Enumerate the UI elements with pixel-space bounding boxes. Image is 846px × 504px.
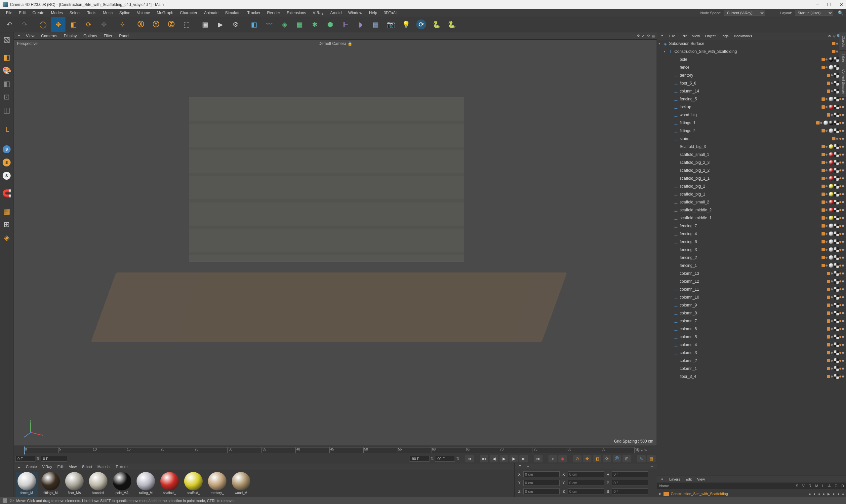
object-tags[interactable] bbox=[824, 121, 844, 125]
object-row[interactable]: ⊥fencing_4 bbox=[657, 230, 846, 238]
visibility-dots[interactable] bbox=[822, 216, 828, 220]
snap-s1[interactable]: S bbox=[1, 143, 13, 155]
h-rot-field[interactable] bbox=[612, 471, 648, 477]
field-spinner-icon[interactable]: ⇅ bbox=[456, 456, 459, 461]
z-size-field[interactable] bbox=[568, 488, 604, 494]
object-tags[interactable] bbox=[834, 295, 844, 300]
material-tag-icon[interactable] bbox=[829, 152, 833, 157]
texture-mode[interactable]: 🎨 bbox=[1, 65, 13, 77]
expand-icon[interactable]: ▾ bbox=[659, 42, 662, 45]
vp-menu-cameras[interactable]: Cameras bbox=[38, 33, 61, 39]
key-pla-button[interactable]: ⊞ bbox=[622, 455, 631, 462]
range-end-field[interactable] bbox=[410, 456, 429, 462]
texture-tag-icon[interactable] bbox=[834, 335, 839, 339]
coord-burger-icon[interactable]: ≡ bbox=[516, 463, 523, 469]
object-row[interactable]: ⊥fittings_2 bbox=[657, 127, 846, 135]
obj-show-icon[interactable]: 👁 bbox=[828, 34, 831, 38]
primitive-cube[interactable]: ◧ bbox=[247, 17, 261, 32]
menu-tools[interactable]: Tools bbox=[84, 10, 100, 16]
object-tags[interactable] bbox=[829, 152, 844, 157]
search-icon[interactable]: 🔍 bbox=[838, 10, 843, 16]
object-row[interactable]: ⊥colomn_3 bbox=[657, 349, 846, 357]
texture-tag-icon[interactable] bbox=[834, 57, 839, 62]
visibility-dots[interactable] bbox=[816, 121, 822, 125]
texture-tag-icon[interactable] bbox=[834, 81, 839, 86]
texture-tag-icon[interactable] bbox=[834, 105, 839, 109]
texture-tag-icon[interactable] bbox=[834, 121, 839, 125]
object-row[interactable]: ⊥colomn_13 bbox=[657, 270, 846, 277]
timeline-spinner-icon[interactable]: ⇅ bbox=[644, 448, 647, 452]
object-row[interactable]: ⊥pole bbox=[657, 55, 846, 64]
visibility-dots[interactable] bbox=[822, 129, 828, 132]
object-row[interactable]: ⊥fence bbox=[657, 64, 846, 71]
visibility-dots[interactable] bbox=[827, 288, 833, 291]
object-tags[interactable] bbox=[829, 160, 844, 165]
material-tag-icon[interactable] bbox=[829, 223, 833, 228]
vp-menu-panel[interactable]: Panel bbox=[116, 33, 133, 39]
environment-tool[interactable]: ▤ bbox=[368, 17, 383, 32]
object-tags[interactable] bbox=[829, 168, 844, 173]
mat-menu-v-ray[interactable]: V-Ray bbox=[39, 464, 54, 469]
layer-color-swatch[interactable] bbox=[663, 492, 669, 496]
object-tags[interactable] bbox=[834, 113, 844, 117]
object-row[interactable]: ⊥scaffold_big_2_2 bbox=[657, 166, 846, 174]
mat-menu-texture[interactable]: Texture bbox=[113, 464, 130, 469]
object-row[interactable]: ⊥colomn_11 bbox=[657, 285, 846, 293]
spline-tool[interactable]: 〰 bbox=[262, 17, 276, 32]
layer-flag-toggle[interactable]: ● bbox=[809, 492, 811, 496]
material-tag-icon[interactable] bbox=[829, 160, 833, 165]
visibility-dots[interactable] bbox=[827, 90, 833, 93]
menu-animate[interactable]: Animate bbox=[201, 10, 222, 16]
object-row[interactable]: ⊥colunm_14 bbox=[657, 87, 846, 95]
visibility-dots[interactable] bbox=[827, 82, 833, 85]
vp-menu-display[interactable]: Display bbox=[61, 33, 80, 39]
range-start-field[interactable] bbox=[15, 456, 35, 462]
material-tag-icon[interactable] bbox=[829, 208, 833, 212]
obj-burger-icon[interactable]: ≡ bbox=[659, 33, 666, 39]
object-row[interactable]: ⊥scaffold_big_2_3 bbox=[657, 159, 846, 166]
visibility-dots[interactable] bbox=[822, 145, 828, 148]
x-pos-field[interactable] bbox=[523, 471, 560, 477]
workplane-grid[interactable]: ▦ bbox=[1, 205, 13, 217]
object-tags[interactable] bbox=[829, 144, 844, 149]
object-tags[interactable] bbox=[829, 223, 844, 228]
object-tags[interactable] bbox=[834, 335, 844, 339]
key-rot-button[interactable]: ⟳ bbox=[603, 455, 611, 462]
layer-flag-toggle[interactable]: ● bbox=[842, 492, 844, 496]
menu-create[interactable]: Create bbox=[29, 10, 48, 16]
obj-menu-edit[interactable]: Edit bbox=[678, 33, 689, 39]
visibility-dots[interactable] bbox=[822, 256, 828, 259]
cloner-tool[interactable]: ⬢ bbox=[323, 17, 337, 32]
point-mode[interactable]: ⊡ bbox=[1, 91, 13, 103]
visibility-dots[interactable] bbox=[827, 351, 833, 354]
goto-prev-key-button[interactable]: ⏮ bbox=[480, 455, 488, 462]
visibility-dots[interactable] bbox=[822, 185, 828, 188]
texture-tag-icon[interactable] bbox=[834, 144, 839, 149]
object-tags[interactable] bbox=[829, 216, 844, 220]
mat-menu-select[interactable]: Select bbox=[79, 464, 95, 469]
object-tags[interactable] bbox=[829, 192, 844, 197]
material-tag-icon[interactable] bbox=[829, 239, 833, 244]
object-row[interactable]: ⊥fencing_2 bbox=[657, 254, 846, 262]
visibility-dots[interactable] bbox=[827, 343, 833, 346]
menu-spline[interactable]: Spline bbox=[116, 10, 134, 16]
menu-mograph[interactable]: MoGraph bbox=[153, 10, 176, 16]
mat-menu-view[interactable]: View bbox=[66, 464, 79, 469]
viewport-burger-icon[interactable]: ≡ bbox=[16, 33, 22, 39]
object-row[interactable]: ⊥colomn_1 bbox=[657, 365, 846, 373]
object-tags[interactable] bbox=[834, 342, 844, 347]
visibility-dots[interactable] bbox=[827, 335, 833, 339]
object-tags[interactable] bbox=[834, 374, 844, 379]
y-size-field[interactable] bbox=[568, 480, 604, 486]
visibility-dots[interactable] bbox=[822, 177, 828, 180]
vray-tool[interactable]: ⟳ bbox=[414, 17, 429, 32]
object-row[interactable]: ⊥fittings_1 bbox=[657, 119, 846, 127]
layout-select[interactable]: Startup (User) bbox=[795, 10, 833, 16]
menu-render[interactable]: Render bbox=[264, 10, 283, 16]
texture-tag-icon[interactable] bbox=[834, 303, 839, 307]
texture-tag-icon[interactable] bbox=[834, 223, 839, 228]
object-row[interactable]: ⊥stairs bbox=[657, 135, 846, 143]
object-row[interactable]: ⊥scaffold_big_2 bbox=[657, 182, 846, 190]
snap-toggle[interactable]: 🧲 bbox=[1, 187, 13, 199]
texture-tag-icon[interactable] bbox=[834, 287, 839, 292]
